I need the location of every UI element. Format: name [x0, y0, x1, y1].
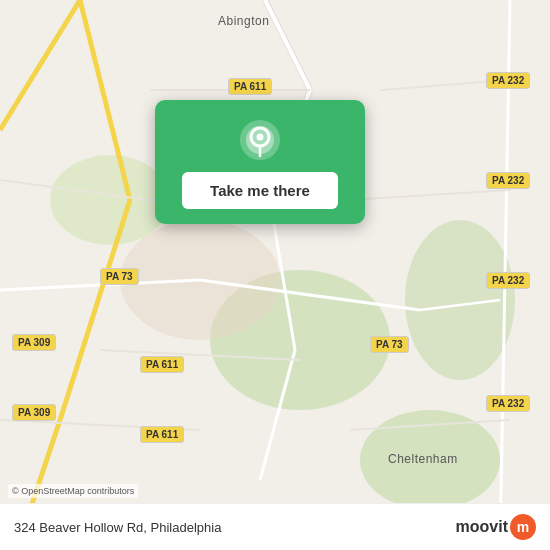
bottom-bar: 324 Beaver Hollow Rd, Philadelphia moovi… [0, 503, 550, 550]
copyright-notice: © OpenStreetMap contributors [8, 484, 138, 498]
svg-line-19 [265, 0, 310, 90]
road-label-pa73-left: PA 73 [100, 268, 139, 285]
road-label-pa309-bot: PA 309 [12, 404, 56, 421]
location-card: Take me there [155, 100, 365, 224]
road-label-pa611-top: PA 611 [228, 78, 272, 95]
road-label-pa232-mid2: PA 232 [486, 272, 530, 289]
map-svg [0, 0, 550, 550]
road-label-pa611-mid: PA 611 [140, 356, 184, 373]
moovit-logo-text: moovit [456, 518, 508, 536]
svg-text:m: m [517, 519, 529, 535]
moovit-logo: moovit m [456, 514, 536, 540]
svg-point-33 [257, 134, 264, 141]
take-me-there-button[interactable]: Take me there [182, 172, 338, 209]
location-pin-icon [238, 118, 282, 162]
moovit-logo-icon: m [510, 514, 536, 540]
road-label-pa309-top: PA 309 [12, 334, 56, 351]
road-label-pa232-top: PA 232 [486, 72, 530, 89]
road-label-pa611-bot: PA 611 [140, 426, 184, 443]
town-label-abington: Abington [218, 14, 269, 28]
address-label: 324 Beaver Hollow Rd, Philadelphia [14, 520, 221, 535]
road-label-pa232-mid1: PA 232 [486, 172, 530, 189]
road-label-pa73-right: PA 73 [370, 336, 409, 353]
map-container: PA 611 PA 232 PA 232 PA 232 PA 232 PA 73… [0, 0, 550, 550]
road-label-pa232-bot: PA 232 [486, 395, 530, 412]
svg-line-26 [350, 190, 510, 200]
svg-line-14 [0, 0, 80, 130]
town-label-cheltenham: Cheltenham [388, 452, 458, 466]
